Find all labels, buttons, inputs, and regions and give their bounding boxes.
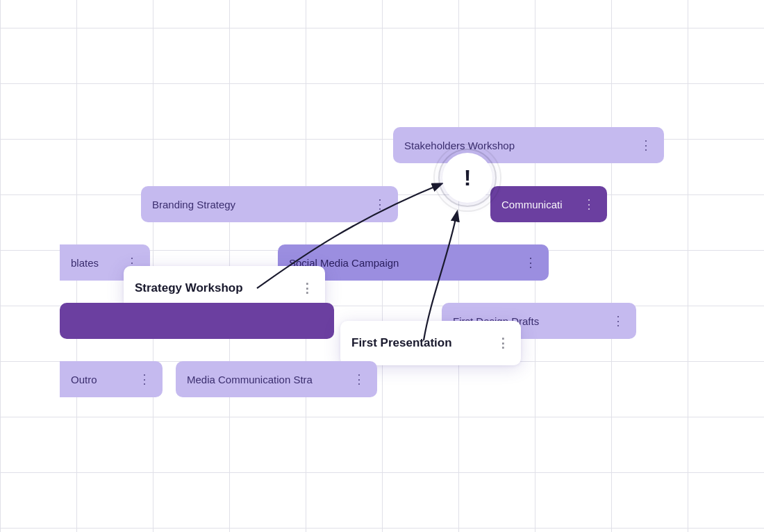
card-stakeholders[interactable]: Stakeholders Workshop ⋮ <box>393 127 664 163</box>
card-media[interactable]: Media Communication Stra ⋮ <box>176 361 377 397</box>
card-darkbar[interactable] <box>60 303 334 339</box>
card-stakeholders-menu[interactable]: ⋮ <box>640 138 653 153</box>
canvas-scene: Stakeholders Workshop ⋮ Branding Strateg… <box>0 0 764 532</box>
card-media-menu[interactable]: ⋮ <box>353 372 366 387</box>
card-outro-label: Outro <box>71 374 97 385</box>
alert-circle: ! <box>442 153 492 203</box>
alert-symbol: ! <box>464 165 472 191</box>
card-blates-label: blates <box>71 257 99 269</box>
card-outro[interactable]: Outro ⋮ <box>60 361 163 397</box>
card-branding-label: Branding Strategy <box>152 199 235 210</box>
card-firstpres-menu[interactable]: ⋮ <box>497 335 510 351</box>
card-strategy-label: Strategy Workshop <box>135 281 243 295</box>
card-communicati[interactable]: Communicati ⋮ <box>490 186 607 222</box>
card-communicati-menu[interactable]: ⋮ <box>583 197 596 212</box>
card-firstpres[interactable]: First Presentation ⋮ <box>340 321 521 365</box>
card-social-menu[interactable]: ⋮ <box>524 255 538 270</box>
card-communicati-label: Communicati <box>501 199 563 210</box>
card-branding[interactable]: Branding Strategy ⋮ <box>141 186 398 222</box>
card-media-label: Media Communication Stra <box>187 374 313 385</box>
card-drafts-menu[interactable]: ⋮ <box>612 313 625 329</box>
card-outro-menu[interactable]: ⋮ <box>138 372 151 387</box>
card-strategy-menu[interactable]: ⋮ <box>301 281 314 296</box>
card-branding-menu[interactable]: ⋮ <box>374 197 387 212</box>
card-firstpres-label: First Presentation <box>351 336 452 350</box>
